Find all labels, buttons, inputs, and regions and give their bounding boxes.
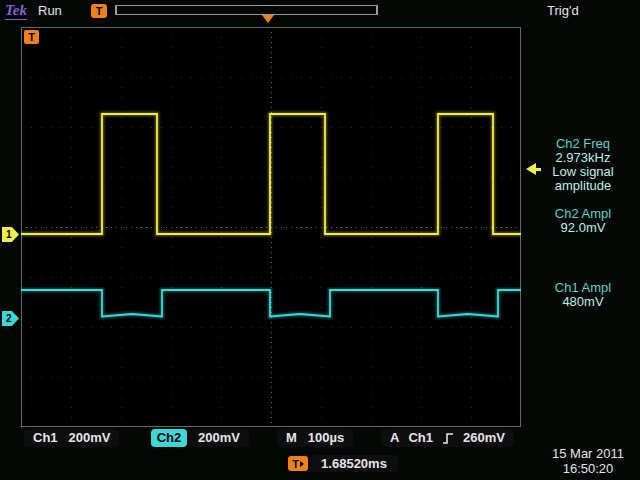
measurement-label: Ch2 Freq [526,137,640,151]
ch1-label: Ch1 [33,429,58,447]
trigger-level: 260mV [463,429,505,447]
measurement-value: 480mV [526,295,640,309]
date-display: 15 Mar 2011 [538,446,638,461]
trigger-time-marker: T [288,456,308,471]
rising-slope-icon [442,432,454,445]
right-arrow-icon [300,461,304,467]
trigger-marker-badge: T [91,4,107,18]
trigger-position-badge-label: T [28,31,35,43]
trigger-position-icon [262,15,274,23]
ch2-scale-readout: 200mV [189,429,249,447]
trigger-source: Ch1 [408,429,433,447]
ch1-scale-readout: Ch1 200mV [24,429,119,447]
ch2-label-chip: Ch2 [151,429,187,447]
trigger-status: Trig'd [547,3,579,18]
oscilloscope-screen: Tek Run T Trig'd T 1 2 Ch2 Freq [0,0,640,480]
time-display: 16:50:20 [538,461,638,476]
ch1-scale: 200mV [69,429,111,447]
horizontal-scale: 100µs [308,429,344,447]
measurement-value: 2.973kHz [526,151,640,165]
measurement-ch2-ampl: Ch2 Ampl 92.0mV [526,207,640,235]
ch2-ground-marker: 2 [2,311,19,326]
tek-logo: Tek [5,2,27,20]
ch2-scale: 200mV [198,429,240,447]
trigger-settings-readout: A Ch1 260mV [381,429,514,447]
horizontal-readout: M 100µs [277,429,353,447]
trigger-position-badge: T [24,30,39,44]
acquisition-status: Run [38,3,62,18]
horizontal-label: M [286,429,297,447]
graticule: T [21,27,521,427]
trigger-time-value: 1.68520ms [310,455,398,472]
measurement-warning: Low signal amplitude [526,165,640,193]
datetime-display: 15 Mar 2011 16:50:20 [538,446,638,476]
measurement-value: 92.0mV [526,221,640,235]
measurement-ch2-freq: Ch2 Freq 2.973kHz Low signal amplitude [526,137,640,193]
trigger-mode: A [390,429,399,447]
measurement-label: Ch2 Ampl [526,207,640,221]
trigger-time-marker-label: T [292,458,299,470]
waveforms [21,114,521,317]
ch1-ground-marker: 1 [2,227,19,242]
record-view-bar [115,5,378,15]
measurement-ch1-ampl: Ch1 Ampl 480mV [526,281,640,309]
waveform-plot: T [21,27,521,427]
measurement-label: Ch1 Ampl [526,281,640,295]
